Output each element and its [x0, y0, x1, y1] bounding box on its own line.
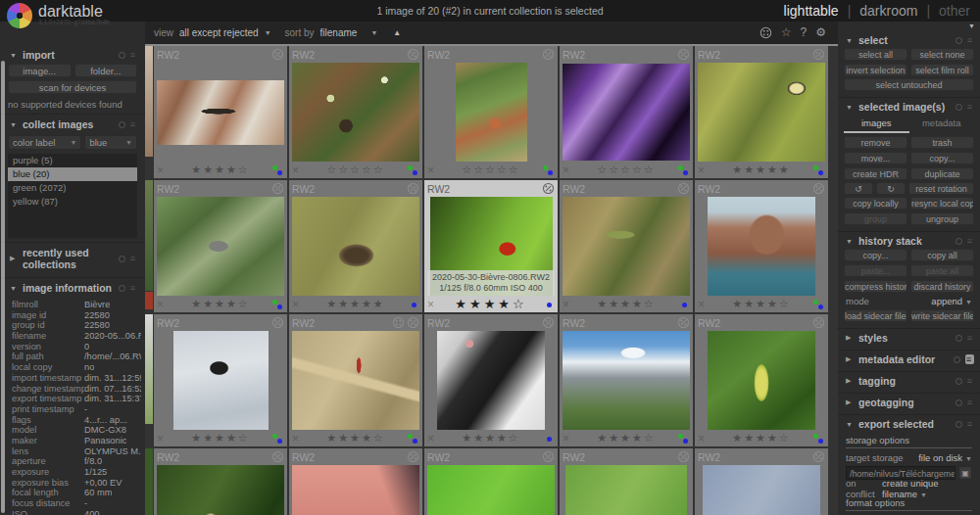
star-rating[interactable]: ☆☆☆☆☆ [563, 164, 690, 176]
group-icon[interactable] [271, 48, 284, 61]
thumbnail-image-dragonfly-twig[interactable] [292, 331, 419, 430]
discard-history-button[interactable]: discard history [910, 280, 974, 293]
thumbnail-image-lizard-grass[interactable] [563, 197, 690, 296]
reset-icon[interactable] [119, 285, 125, 292]
star-rating[interactable]: ★★★★☆ [157, 432, 284, 445]
thumbnail-cell[interactable]: RW2×☆☆☆☆☆ [560, 46, 693, 178]
reset-icon[interactable] [956, 399, 962, 406]
group-button[interactable]: group [844, 212, 907, 225]
rotate-ccw-button[interactable]: ↺ [844, 182, 873, 195]
history-copy-all-button[interactable]: copy all [910, 249, 974, 261]
export-selected-header[interactable]: ▼ export selected ≡ [838, 415, 980, 432]
thumbnail-image-purple-iris[interactable] [563, 64, 690, 161]
history-stack-header[interactable]: ▼ history stack ≡ [838, 232, 980, 249]
presets-menu-icon[interactable]: ≡ [130, 254, 137, 263]
thumbnail-cell[interactable]: RW2×☆☆☆☆☆ [289, 46, 422, 178]
select-film-roll-button[interactable]: select film roll [910, 64, 974, 76]
group-icon[interactable] [677, 182, 690, 195]
thumbnail-cell[interactable]: RW2×★★★★☆ [560, 314, 693, 446]
thumbnail-cell[interactable]: RW2×★★★★☆ [154, 46, 287, 178]
thumbnail-cell[interactable]: RW2×★★★★☆2020-05-30-Bièvre-0806.RW21/125… [424, 180, 558, 312]
group-icon[interactable] [812, 316, 825, 329]
on-conflict-dropdown[interactable]: create unique filename▼ [882, 478, 972, 499]
history-paste-button[interactable]: paste... [844, 264, 907, 277]
target-storage-dropdown[interactable]: file on disk▼ [918, 452, 972, 463]
thumbnail-image-garden-bicycle[interactable] [292, 63, 419, 162]
thumbnail-image-butterfly-bush[interactable] [698, 63, 825, 162]
tab-images[interactable]: images [844, 116, 909, 133]
thumbnail-image-thistle-flower[interactable] [565, 465, 687, 515]
reset-icon[interactable] [956, 238, 962, 245]
select-all-button[interactable]: select all [844, 48, 907, 61]
star-rating[interactable]: ★★★★☆ [698, 432, 825, 445]
invert-selection-button[interactable]: invert selection [844, 64, 907, 76]
collect-list-item[interactable]: yellow (87) [8, 195, 137, 209]
tagging-header[interactable]: ▶ tagging ≡ [838, 372, 980, 389]
load-sidecar-file-button[interactable]: load sidecar file... [844, 309, 907, 322]
presets-menu-icon[interactable]: ≡ [130, 50, 137, 60]
group-icon[interactable] [271, 316, 284, 329]
collect-list-item[interactable]: green (2072) [8, 181, 137, 195]
panel-options-caret[interactable]: ▼ [838, 22, 980, 31]
thumbnail-cell[interactable]: RW2×☆☆☆☆☆ [289, 448, 422, 515]
thumbnail-image-duck-water[interactable] [292, 197, 419, 296]
star-rating[interactable]: ☆☆☆☆☆ [292, 164, 419, 176]
settings-gear-icon[interactable]: ⚙ [815, 25, 826, 39]
select-none-button[interactable]: select none [910, 48, 974, 61]
grid-circle-icon[interactable] [760, 26, 772, 39]
select-header[interactable]: ▼ select ≡ [838, 31, 980, 48]
scan-for-devices-button[interactable]: scan for devices [8, 80, 137, 94]
compress-history-button[interactable]: compress history [844, 280, 907, 293]
geotagging-header[interactable]: ▶ geotagging ≡ [838, 394, 980, 410]
image-information-header[interactable]: ▼ image information ≡ [0, 278, 145, 297]
create-hdr-button[interactable]: create HDR [844, 167, 907, 180]
star-rating[interactable]: ☆☆☆☆☆ [427, 164, 555, 176]
thumbnail-cell[interactable]: RW2×☆☆☆☆☆ [560, 448, 693, 515]
copy-button[interactable]: copy... [910, 152, 974, 164]
view-lighttable[interactable]: lighttable [784, 3, 839, 19]
group-icon[interactable] [542, 48, 555, 61]
thumbnail-image-pink-flowers[interactable] [703, 465, 820, 515]
star-rating[interactable]: ★★★★☆ [563, 298, 690, 310]
presets-menu-icon[interactable]: ≡ [967, 376, 974, 386]
reset-icon[interactable] [956, 104, 962, 111]
grid-circle-icon[interactable] [392, 316, 405, 329]
collect-rule-property-dropdown[interactable]: color label▼ [8, 135, 81, 150]
group-icon[interactable] [812, 48, 825, 61]
rotate-cw-button[interactable]: ↻ [876, 182, 906, 195]
group-icon[interactable] [677, 450, 690, 463]
thumbnail-image-garden-pots[interactable] [456, 63, 527, 162]
presets-menu-icon[interactable]: ≡ [967, 419, 974, 429]
thumbnail-image-kite-silhouette[interactable] [173, 331, 269, 430]
thumbnail-cell[interactable]: RW2×☆☆☆☆☆ [695, 448, 828, 515]
help-icon[interactable]: ? [801, 25, 808, 39]
collect-rule-value-dropdown[interactable]: blue▼ [84, 135, 137, 150]
selected-images-header[interactable]: ▼ selected image(s) ≡ [838, 98, 980, 115]
star-rating[interactable]: ★★★★☆ [563, 432, 690, 445]
ungroup-button[interactable]: ungroup [910, 212, 974, 225]
move-button[interactable]: move... [844, 152, 907, 164]
reset-icon[interactable] [956, 335, 962, 342]
reset-icon[interactable] [956, 378, 962, 385]
thumbnail-cell[interactable]: RW2×☆☆☆☆☆ [424, 46, 558, 178]
history-paste-all-button[interactable]: paste all [910, 264, 974, 277]
thumbnail-cell[interactable]: RW2×☆☆☆☆☆ [154, 448, 287, 515]
thumbnail-image-mountain-valley[interactable] [563, 331, 690, 430]
group-icon[interactable] [542, 316, 555, 329]
styles-header[interactable]: ▶ styles ≡ [838, 329, 980, 346]
thumbnail-image-orange-butterfly[interactable] [427, 465, 555, 515]
group-icon[interactable] [812, 182, 825, 195]
reset-icon[interactable] [119, 256, 125, 262]
tab-metadata[interactable]: metadata [909, 116, 975, 133]
presets-menu-icon[interactable]: ≡ [967, 35, 974, 45]
group-icon[interactable] [677, 316, 690, 329]
presets-menu-icon[interactable]: ≡ [130, 283, 137, 293]
collect-images-header[interactable]: ▼ collect images ≡ [0, 115, 145, 133]
group-icon[interactable] [407, 450, 419, 463]
star-rating[interactable]: ★★★★☆ [427, 297, 555, 311]
group-icon[interactable] [542, 182, 555, 195]
view-darkroom[interactable]: darkroom [859, 3, 917, 19]
collect-list-item[interactable]: blue (20) [8, 167, 137, 181]
view-other[interactable]: other [939, 3, 970, 19]
star-rating[interactable]: ★★★★☆ [157, 298, 284, 310]
